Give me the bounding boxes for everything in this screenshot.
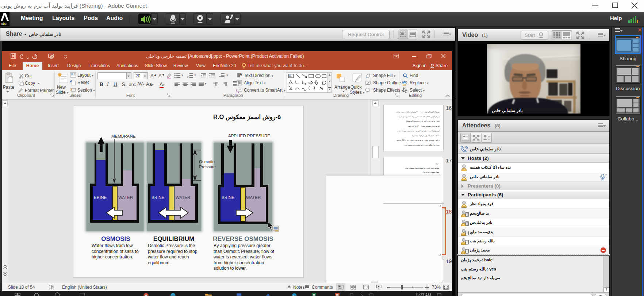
- svg-text:Pressure: Pressure: [199, 165, 216, 169]
- svg-text:equilibrium.: equilibrium.: [148, 260, 170, 265]
- svg-text:WATER: WATER: [118, 195, 133, 200]
- svg-text:WATER: WATER: [176, 195, 190, 200]
- svg-text:concentration of salts to: concentration of salts to: [92, 249, 139, 254]
- svg-text:1: 1: [187, 73, 189, 76]
- svg-text:BRINE: BRINE: [222, 195, 234, 200]
- svg-text:obe: obe: [1, 22, 7, 26]
- svg-text:than Osmotic Pressure, flow of: than Osmotic Pressure, flow of: [214, 249, 275, 254]
- svg-text:from higher concentration: from higher concentration: [214, 260, 264, 265]
- svg-text:pressure required to stop: pressure required to stop: [148, 249, 198, 254]
- svg-text:Osmotic Pressure is the: Osmotic Pressure is the: [148, 243, 195, 248]
- svg-text:A: A: [240, 73, 242, 76]
- svg-text:REVERSE OSMOSIS: REVERSE OSMOSIS: [213, 235, 273, 242]
- svg-text:EQUILIBRIUM: EQUILIBRIUM: [153, 235, 194, 242]
- svg-text:Osmotic: Osmotic: [199, 159, 214, 164]
- svg-text:11:37 AM: 11:37 AM: [415, 293, 431, 296]
- svg-text:BRINE: BRINE: [94, 195, 107, 200]
- svg-text:water flow and reach: water flow and reach: [147, 254, 189, 260]
- svg-text:BRINE: BRINE: [152, 195, 164, 200]
- svg-text:higher concentration.: higher concentration.: [92, 254, 133, 260]
- svg-text:water is reversed; water flows: water is reversed; water flows: [213, 254, 272, 260]
- svg-text:By applying pressure greater: By applying pressure greater: [214, 243, 271, 248]
- svg-text:2: 2: [187, 76, 189, 78]
- svg-text:solution to lower.: solution to lower.: [214, 266, 247, 271]
- svg-text:ac: ac: [403, 83, 406, 86]
- svg-text:MEMBRANE: MEMBRANE: [111, 134, 136, 138]
- svg-text:OSMOSIS: OSMOSIS: [101, 235, 130, 242]
- svg-text:Water flows from low: Water flows from low: [92, 243, 133, 248]
- svg-text:APPLIED PRESSURE: APPLIED PRESSURE: [228, 134, 270, 138]
- svg-text:e: e: [292, 294, 294, 296]
- svg-text:WATER: WATER: [246, 195, 261, 200]
